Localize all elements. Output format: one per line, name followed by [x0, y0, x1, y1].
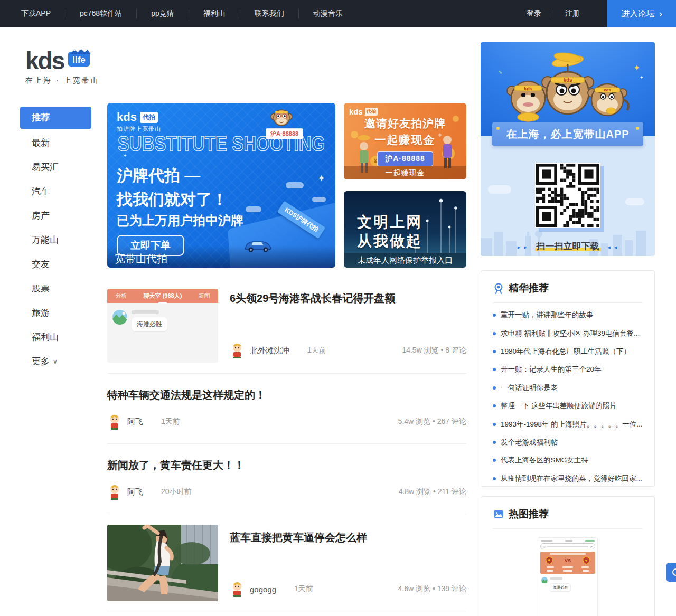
- essence-item[interactable]: 整理一下 这些年出差顺便旅游的照片: [493, 397, 643, 415]
- bullet-dot: [493, 459, 496, 462]
- sidebar-item-yimaihui[interactable]: 易买汇: [20, 155, 91, 179]
- post-feed: 分析 聊天室 (968人) 新闻 海港必: [107, 278, 466, 616]
- scan-label: 扫一扫立即下载: [535, 241, 601, 251]
- scan-row: ▸ ▸ 扫一扫立即下载 ◂ ◂: [481, 240, 655, 252]
- vs-label: VS: [565, 558, 571, 563]
- photo-illustration: [107, 525, 218, 601]
- bullet-dot: [493, 441, 496, 444]
- post-thumbnail-chat[interactable]: 分析 聊天室 (968人) 新闻 海港必: [107, 289, 218, 363]
- post-thumbnail-photo[interactable]: [107, 525, 218, 601]
- sidebar-item-more[interactable]: 更多 ∨: [20, 349, 91, 374]
- sidebar-item-latest[interactable]: 最新: [20, 131, 91, 155]
- post-item[interactable]: 工程车司机面相怎么样。: [107, 612, 466, 616]
- author-avatar[interactable]: [107, 414, 122, 430]
- essence-item[interactable]: 1980年代上海石化总厂职工生活照（下）: [493, 343, 643, 361]
- svg-text:✦: ✦: [640, 75, 644, 80]
- logo-kds-text: kds: [25, 49, 64, 73]
- bullet-dot: [493, 368, 496, 371]
- post-author[interactable]: 阿飞: [127, 487, 143, 497]
- svg-text:kds: kds: [563, 77, 572, 83]
- banner-brand-subtitle: 拍沪牌上宽带山: [117, 125, 161, 133]
- svg-text:kds: kds: [524, 86, 532, 91]
- card-header: 热图推荐: [493, 507, 643, 529]
- essence-item[interactable]: 从疫情到现在在家里烧的菜，觉得好吃回家...: [493, 470, 643, 488]
- author-avatar[interactable]: [230, 343, 245, 358]
- bullet-dot: [493, 423, 496, 426]
- cloud-shape: [312, 197, 326, 202]
- qr-code: [535, 163, 600, 228]
- cloud-shape: [286, 182, 304, 188]
- bullet-dot: [493, 314, 496, 317]
- phone-match-card: VS: [540, 552, 595, 574]
- sidebar-item-friends[interactable]: 交友: [20, 252, 91, 277]
- banner-caption: 一起赚现金: [344, 166, 466, 179]
- topbar-link-anime-music[interactable]: 动漫音乐: [298, 9, 357, 18]
- card-title: 热图推荐: [509, 507, 549, 521]
- logo-tagline: 在上海 · 上宽带山: [25, 76, 99, 86]
- post-title[interactable]: 新闻放了，黄车责任更大！！: [107, 458, 466, 472]
- topbar-link-contact[interactable]: 联系我们: [240, 9, 298, 18]
- arrows-left-icon: ◂ ◂: [607, 244, 618, 250]
- post-item[interactable]: 新闻放了，黄车责任更大！！ 阿飞 20小时前 4.8w 浏览 • 211 评论: [107, 444, 466, 514]
- civilized-internet-banner[interactable]: 文明上网 从我做起 未成年人网络保护举报入口: [344, 191, 466, 268]
- license-plate-badge: 沪A·88888: [266, 128, 303, 139]
- sidebar-item-recommend[interactable]: 推荐: [20, 107, 91, 129]
- civil-headline-1: 文明上网: [357, 212, 422, 232]
- post-author[interactable]: 阿飞: [127, 417, 143, 427]
- essence-item[interactable]: 重开一贴，讲讲那些年的故事: [493, 306, 643, 324]
- post-title[interactable]: 6头领29号海港客战长春记得开盘额: [230, 291, 466, 306]
- post-item[interactable]: 特种车辆交通法规是这样规定的！ 阿飞 1天前 5.4w 浏览 • 267 评论: [107, 374, 466, 444]
- essence-item[interactable]: 1993年-1998年 的上海照片。。。。。一位...: [493, 415, 643, 433]
- post-item[interactable]: 分析 聊天室 (968人) 新闻 海港必: [107, 278, 466, 374]
- main-ad-banner[interactable]: ✦ ✦ ✦ SUBSTITUTE SHOOTING kds 代拍 拍沪牌上宽带山…: [107, 103, 335, 268]
- login-link[interactable]: 登录: [515, 9, 553, 18]
- license-plate-badge: 沪A·88888: [377, 151, 433, 166]
- essence-item[interactable]: 一句话证明你是老: [493, 379, 643, 397]
- topbar-link-fulishan[interactable]: 福利山: [189, 9, 240, 18]
- daipai-badge: 代拍: [365, 108, 378, 116]
- sidebar-item-realestate[interactable]: 房产: [20, 204, 91, 228]
- sidebar-item-fulishan[interactable]: 福利山: [20, 325, 91, 349]
- sidebar-item-stocks[interactable]: 股票: [20, 277, 91, 301]
- kds-logo-text: kds: [117, 110, 137, 124]
- register-link[interactable]: 注册: [553, 9, 592, 18]
- essence-item[interactable]: 发个老游戏福利帖: [493, 433, 643, 451]
- bullet-dot: [493, 332, 496, 335]
- chat-message-row: 海港必胜: [107, 303, 218, 338]
- essence-item[interactable]: 开一贴：记录人生的第三个20年: [493, 361, 643, 378]
- phone-screenshot[interactable]: ☆⟳ VS: [538, 537, 598, 616]
- author-avatar[interactable]: [230, 581, 245, 597]
- site-logo[interactable]: kds life 在上海 · 上宽带山: [25, 49, 99, 86]
- topbar-link-pc768[interactable]: pc768软件站: [65, 9, 136, 18]
- svg-text:∿: ∿: [498, 69, 502, 75]
- cloud-shape: [625, 198, 644, 205]
- sidebar-item-cars[interactable]: 汽车: [20, 179, 91, 204]
- post-item[interactable]: 蓝车直接把黄车逼停会怎么样 gogogg 1天前 4.6w 浏览 • 139 评…: [107, 514, 466, 612]
- post-author[interactable]: 北外滩沈冲: [250, 346, 289, 356]
- topbar-link-download-app[interactable]: 下载APP: [21, 9, 65, 18]
- topbar-auth: 登录 注册 进入论坛 ›: [515, 0, 676, 27]
- topbar-link-pp[interactable]: pp竞猜: [136, 9, 189, 18]
- phone-address-bar: ☆⟳: [540, 543, 595, 549]
- refresh-button[interactable]: [666, 563, 676, 582]
- bullet-dot: [493, 404, 496, 407]
- app-promo-card[interactable]: kds kds kds ✦ ✦ ∿ 在上海，必上宽带山APP: [481, 42, 655, 256]
- post-title[interactable]: 特种车辆交通法规是这样规定的！: [107, 387, 466, 402]
- sidebar-item-wannengshan[interactable]: 万能山: [20, 228, 91, 252]
- post-author-row: 阿飞 20小时前 4.8w 浏览 • 211 评论: [107, 484, 466, 500]
- cloud-shape: [488, 185, 511, 194]
- phone-chat-row: 海港必胜: [540, 574, 595, 595]
- sidebar-more-label: 更多: [32, 349, 50, 374]
- post-title[interactable]: 蓝车直接把黄车逼停会怎么样: [230, 530, 466, 545]
- mountains-icon: [69, 47, 91, 54]
- sidebar-item-travel[interactable]: 旅游: [20, 301, 91, 325]
- enter-forum-button[interactable]: 进入论坛 ›: [607, 0, 676, 27]
- post-time: 1天前: [161, 417, 180, 427]
- kds-logo-text: kds: [349, 107, 363, 116]
- essence-item[interactable]: 代表上海各区的SMG女主持: [493, 451, 643, 469]
- author-avatar[interactable]: [107, 484, 122, 500]
- invite-headline-2: 一起赚现金: [344, 132, 466, 147]
- post-author[interactable]: gogogg: [250, 585, 276, 594]
- invite-ad-banner[interactable]: ¥ ¥ kds 代拍 邀请好友拍沪牌 一起赚现金 沪A·88888 一起赚现金: [344, 103, 466, 179]
- essence-item[interactable]: 求申精 福利贴非攻坚小区 办理39电信套餐...: [493, 324, 643, 342]
